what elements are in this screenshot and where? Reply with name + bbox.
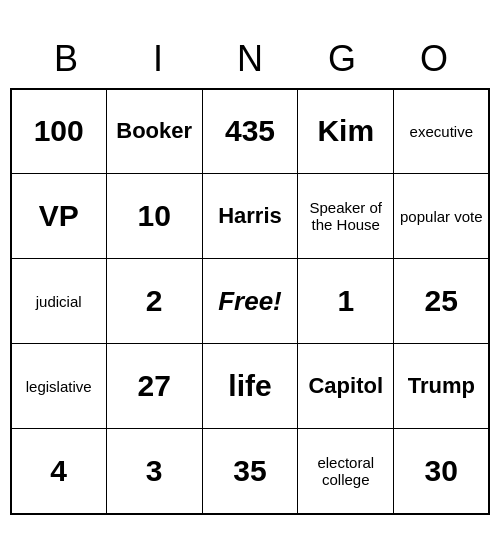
bingo-cell-3-1: 27	[106, 344, 202, 429]
bingo-cell-0-1: Booker	[106, 89, 202, 174]
bingo-cell-4-2: 35	[202, 429, 298, 514]
bingo-cell-0-0: 100	[11, 89, 107, 174]
bingo-cell-1-4: popular vote	[394, 174, 490, 259]
bingo-cell-2-1: 2	[106, 259, 202, 344]
table-row: VP10HarrisSpeaker of the Housepopular vo…	[11, 174, 490, 259]
bingo-cell-1-2: Harris	[202, 174, 298, 259]
bingo-cell-1-0: VP	[11, 174, 107, 259]
bingo-cell-0-3: Kim	[298, 89, 394, 174]
bingo-cell-2-0: judicial	[11, 259, 107, 344]
table-row: legislative27lifeCapitolTrump	[11, 344, 490, 429]
bingo-cell-1-3: Speaker of the House	[298, 174, 394, 259]
bingo-cell-2-4: 25	[394, 259, 490, 344]
bingo-cell-3-3: Capitol	[298, 344, 394, 429]
table-row: judicial2Free!125	[11, 259, 490, 344]
bingo-cell-3-0: legislative	[11, 344, 107, 429]
table-row: 100Booker435Kimexecutive	[11, 89, 490, 174]
header-i: I	[112, 30, 204, 88]
header-g: G	[296, 30, 388, 88]
bingo-cell-3-4: Trump	[394, 344, 490, 429]
bingo-cell-4-3: electoral college	[298, 429, 394, 514]
bingo-cell-3-2: life	[202, 344, 298, 429]
table-row: 4335electoral college30	[11, 429, 490, 514]
bingo-cell-2-2: Free!	[202, 259, 298, 344]
bingo-cell-4-1: 3	[106, 429, 202, 514]
bingo-cell-2-3: 1	[298, 259, 394, 344]
bingo-cell-0-2: 435	[202, 89, 298, 174]
bingo-grid: 100Booker435KimexecutiveVP10HarrisSpeake…	[10, 88, 491, 515]
bingo-header: B I N G O	[20, 30, 480, 88]
header-n: N	[204, 30, 296, 88]
header-o: O	[388, 30, 480, 88]
bingo-cell-4-4: 30	[394, 429, 490, 514]
header-b: B	[20, 30, 112, 88]
bingo-cell-1-1: 10	[106, 174, 202, 259]
bingo-cell-4-0: 4	[11, 429, 107, 514]
bingo-cell-0-4: executive	[394, 89, 490, 174]
